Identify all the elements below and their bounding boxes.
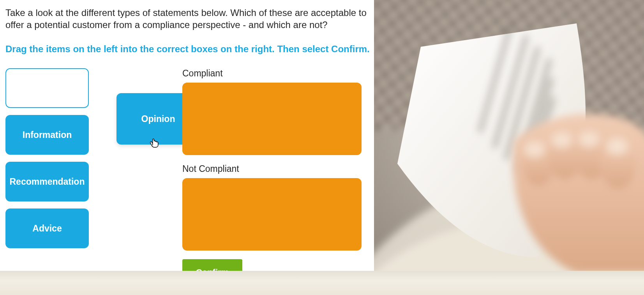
- drop-zone-not-compliant[interactable]: [182, 178, 362, 251]
- drag-item-label: Recommendation: [10, 177, 85, 187]
- drag-drop-activity: Information Recommendation Advice Opinio…: [5, 68, 372, 286]
- content-area: Take a look at the different types of st…: [5, 7, 372, 286]
- not-compliant-label: Not Compliant: [182, 164, 362, 174]
- compliant-label: Compliant: [182, 68, 362, 79]
- instruction-text: Drag the items on the left into the corr…: [5, 43, 372, 55]
- source-column: Information Recommendation Advice: [5, 68, 90, 255]
- drag-item-information[interactable]: Information: [5, 115, 89, 155]
- svg-point-15: [552, 132, 572, 148]
- targets-column: Compliant Not Compliant Confirm: [182, 68, 362, 286]
- drag-item-label: Advice: [32, 223, 62, 234]
- drag-item-label: Opinion: [141, 114, 175, 124]
- svg-point-16: [579, 132, 599, 147]
- svg-point-17: [606, 138, 628, 155]
- decorative-image: [374, 0, 644, 271]
- drag-item-recommendation[interactable]: Recommendation: [5, 162, 89, 201]
- drag-item-label: Information: [23, 130, 72, 140]
- svg-point-14: [524, 142, 545, 157]
- page-root: Take a look at the different types of st…: [0, 0, 644, 295]
- bottom-strip: [0, 271, 644, 295]
- drag-item-advice[interactable]: Advice: [5, 208, 89, 248]
- question-text: Take a look at the different types of st…: [5, 7, 372, 31]
- drop-zone-compliant[interactable]: [182, 83, 362, 155]
- empty-source-slot[interactable]: [5, 68, 89, 108]
